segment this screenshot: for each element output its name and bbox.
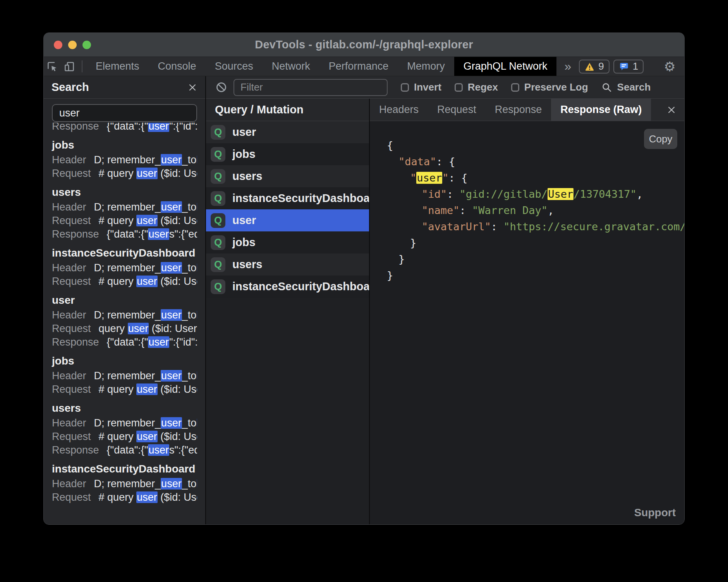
query-type-icon: Q [211, 279, 225, 294]
json-line: "data": { [387, 154, 684, 170]
result-line-label: Header [52, 370, 86, 382]
search-result-line[interactable]: Response{"data":{"user":{"id":"gid [52, 123, 197, 133]
minimize-window-button[interactable] [68, 41, 77, 49]
match-highlight: user [148, 123, 169, 132]
search-result-section: Response{"data":{"user":{"id":"gid [52, 123, 197, 133]
invert-toggle[interactable]: Invert [401, 81, 441, 93]
warning-icon [584, 62, 595, 72]
search-result-line[interactable]: Request# query user ($id: UserI [52, 491, 197, 504]
search-result-line[interactable]: HeaderD; remember_user_token=e [52, 477, 197, 491]
regex-checkbox[interactable] [455, 83, 463, 92]
result-line-label: Header [52, 201, 86, 213]
match-highlight: user [136, 491, 158, 503]
json-line: } [387, 267, 684, 284]
tab-graphql-network[interactable]: GraphQL Network [454, 57, 557, 76]
devtools-window: DevTools - gitlab.com/-/graphql-explorer… [43, 33, 685, 525]
search-result-line[interactable]: Requestquery user ($id: UserI [52, 322, 197, 336]
search-result-line[interactable]: Request# query user ($id: UserI [52, 430, 197, 443]
search-results: Response{"data":{"user":{"id":"gidjobsHe… [44, 123, 205, 524]
close-window-button[interactable] [54, 41, 62, 49]
query-row-label: users [232, 258, 262, 271]
invert-label: Invert [414, 81, 441, 93]
json-line: } [387, 235, 684, 251]
invert-checkbox[interactable] [401, 83, 409, 92]
filter-toolbar: Invert Regex Preserve Log Search [206, 76, 684, 99]
match-highlight: user [128, 323, 149, 334]
filter-input[interactable] [234, 79, 388, 96]
query-row-jobs[interactable]: Qjobs [206, 143, 369, 165]
query-list-header: Query / Mutation [206, 99, 369, 121]
query-type-icon: Q [211, 213, 225, 228]
preserve-log-checkbox[interactable] [511, 83, 519, 92]
inspect-element-icon[interactable] [44, 57, 61, 76]
search-result-line[interactable]: Response{"data":{"users":{"edges [52, 443, 197, 457]
query-row-label: instanceSecurityDashboard [232, 192, 369, 205]
query-row-users[interactable]: Qusers [206, 165, 369, 187]
tab-response[interactable]: Response [486, 99, 551, 121]
result-line-label: Request [52, 383, 91, 395]
search-result-line[interactable]: HeaderD; remember_user_token=e [52, 153, 197, 167]
tab-elements[interactable]: Elements [86, 57, 149, 76]
preserve-log-toggle[interactable]: Preserve Log [511, 81, 588, 93]
settings-gear-icon[interactable]: ⚙ [660, 60, 679, 73]
result-line-label: Response [52, 123, 99, 132]
search-result-line[interactable]: Request# query user ($id: UserI [52, 214, 197, 228]
clear-log-icon[interactable] [215, 81, 227, 93]
tab-network[interactable]: Network [263, 57, 319, 76]
query-row-users[interactable]: Qusers [206, 253, 369, 276]
search-result-line[interactable]: Response{"data":{"user":{"id":"gid [52, 336, 197, 349]
search-result-line[interactable]: HeaderD; remember_user_token=e [52, 369, 197, 383]
search-result-line[interactable]: HeaderD; remember_user_token=e [52, 200, 197, 214]
match-highlight: user [161, 370, 182, 382]
search-input-wrap [44, 99, 205, 123]
issues-badge[interactable]: 1 [613, 60, 644, 74]
close-search-icon[interactable] [187, 82, 197, 92]
match-highlight: user [161, 154, 182, 166]
tab-sources[interactable]: Sources [206, 57, 263, 76]
query-type-icon: Q [211, 147, 225, 162]
match-highlight: user [161, 201, 182, 213]
result-line-label: Header [52, 154, 86, 166]
search-result-section: jobsHeaderD; remember_user_token=eReques… [52, 354, 197, 396]
tab-performance[interactable]: Performance [319, 57, 398, 76]
tab-headers[interactable]: Headers [370, 99, 428, 121]
search-result-line[interactable]: Request# query user ($id: UserI [52, 275, 197, 288]
search-result-line[interactable]: Request# query user ($id: UserI [52, 383, 197, 396]
match-highlight: user [136, 276, 158, 287]
search-result-line[interactable]: HeaderD; remember_user_token=e [52, 308, 197, 322]
tab-response-raw[interactable]: Response (Raw) [551, 99, 651, 121]
query-row-instanceSecurityDashboard[interactable]: QinstanceSecurityDashboard [206, 187, 369, 209]
match-highlight: user [148, 228, 169, 240]
result-line-label: Request [52, 431, 91, 442]
detail-tabs: Headers Request Response Response (Raw) [370, 99, 684, 121]
more-tabs-icon[interactable]: » [556, 57, 579, 76]
search-result-line[interactable]: HeaderD; remember_user_token=e [52, 261, 197, 275]
search-result-line[interactable]: Response{"data":{"users":{"edges [52, 228, 197, 241]
json-line: "avatarUrl": "https://secure.gravatar.co… [387, 219, 684, 235]
query-row-user[interactable]: Quser [206, 121, 369, 143]
tab-request[interactable]: Request [428, 99, 486, 121]
tab-memory[interactable]: Memory [398, 57, 454, 76]
search-input[interactable] [52, 104, 197, 122]
query-row-user[interactable]: Quser [206, 209, 369, 231]
search-result-line[interactable]: Request# query user ($id: UserI [52, 167, 197, 180]
close-detail-icon[interactable] [666, 99, 684, 121]
search-result-line[interactable]: HeaderD; remember_user_token=e [52, 416, 197, 430]
kebab-menu-icon[interactable]: ⋮ [683, 61, 685, 72]
tab-console[interactable]: Console [149, 57, 206, 76]
match-highlight: user [148, 444, 169, 456]
warnings-badge[interactable]: 9 [579, 60, 609, 74]
response-raw-view: Copy {"data": {"user": {"id": "gid://git… [370, 121, 684, 524]
result-line-label: Request [52, 215, 91, 226]
query-row-jobs[interactable]: Qjobs [206, 231, 369, 253]
copy-button[interactable]: Copy [644, 129, 677, 149]
zoom-window-button[interactable] [82, 41, 91, 49]
result-line-label: Request [52, 276, 91, 287]
search-toggle[interactable]: Search [601, 81, 651, 93]
regex-toggle[interactable]: Regex [455, 81, 498, 93]
query-type-icon: Q [211, 125, 225, 140]
query-row-instanceSecurityDashboard[interactable]: QinstanceSecurityDashboard [206, 276, 369, 298]
device-toolbar-icon[interactable] [61, 57, 78, 76]
support-link[interactable]: Support [634, 507, 676, 519]
match-highlight: user [136, 168, 158, 179]
